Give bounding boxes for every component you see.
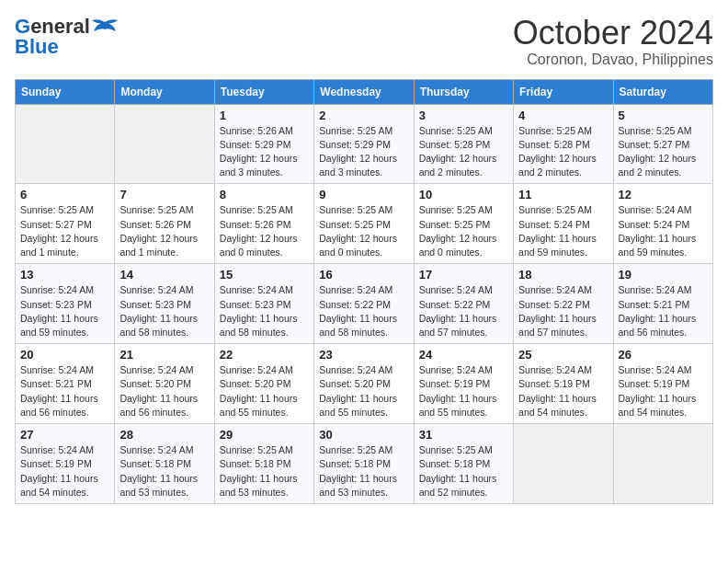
calendar-cell: 21Sunrise: 5:24 AMSunset: 5:20 PMDayligh… — [115, 344, 214, 424]
day-info: Sunrise: 5:24 AMSunset: 5:21 PMDaylight:… — [619, 283, 708, 339]
calendar-cell: 4Sunrise: 5:25 AMSunset: 5:28 PMDaylight… — [514, 104, 613, 184]
calendar-cell: 22Sunrise: 5:24 AMSunset: 5:20 PMDayligh… — [214, 344, 313, 424]
day-info: Sunrise: 5:25 AMSunset: 5:27 PMDaylight:… — [619, 124, 708, 180]
calendar-cell: 12Sunrise: 5:24 AMSunset: 5:24 PMDayligh… — [613, 184, 712, 264]
calendar-cell: 10Sunrise: 5:25 AMSunset: 5:25 PMDayligh… — [414, 184, 513, 264]
day-number: 6 — [20, 188, 109, 201]
day-number: 28 — [119, 428, 209, 442]
day-number: 12 — [619, 188, 708, 201]
day-number: 25 — [518, 348, 608, 362]
col-header-monday: Monday — [115, 79, 214, 104]
col-header-tuesday: Tuesday — [214, 79, 313, 104]
day-info: Sunrise: 5:25 AMSunset: 5:25 PMDaylight:… — [419, 203, 508, 259]
calendar-cell: 15Sunrise: 5:24 AMSunset: 5:23 PMDayligh… — [214, 264, 313, 344]
col-header-wednesday: Wednesday — [314, 79, 414, 104]
day-number: 18 — [518, 268, 608, 282]
day-info: Sunrise: 5:24 AMSunset: 5:24 PMDaylight:… — [619, 203, 708, 259]
day-info: Sunrise: 5:24 AMSunset: 5:23 PMDaylight:… — [119, 283, 209, 339]
day-number: 22 — [220, 348, 309, 362]
col-header-friday: Friday — [514, 79, 613, 104]
calendar-week-row: 20Sunrise: 5:24 AMSunset: 5:21 PMDayligh… — [16, 344, 713, 424]
day-info: Sunrise: 5:24 AMSunset: 5:23 PMDaylight:… — [20, 283, 109, 339]
calendar-cell: 9Sunrise: 5:25 AMSunset: 5:25 PMDaylight… — [314, 184, 414, 264]
day-info: Sunrise: 5:24 AMSunset: 5:22 PMDaylight:… — [319, 283, 408, 339]
day-number: 30 — [319, 428, 408, 442]
day-info: Sunrise: 5:24 AMSunset: 5:20 PMDaylight:… — [220, 363, 309, 419]
location-subtitle: Coronon, Davao, Philippines — [513, 52, 713, 68]
day-number: 31 — [419, 428, 508, 442]
day-info: Sunrise: 5:25 AMSunset: 5:28 PMDaylight:… — [518, 124, 608, 180]
day-number: 17 — [419, 268, 508, 282]
calendar-cell: 30Sunrise: 5:25 AMSunset: 5:18 PMDayligh… — [314, 424, 414, 504]
day-info: Sunrise: 5:25 AMSunset: 5:29 PMDaylight:… — [319, 124, 408, 180]
calendar-cell: 28Sunrise: 5:24 AMSunset: 5:18 PMDayligh… — [115, 424, 214, 504]
col-header-saturday: Saturday — [613, 79, 712, 104]
day-info: Sunrise: 5:24 AMSunset: 5:23 PMDaylight:… — [220, 283, 309, 339]
calendar-cell: 20Sunrise: 5:24 AMSunset: 5:21 PMDayligh… — [16, 344, 115, 424]
day-info: Sunrise: 5:24 AMSunset: 5:18 PMDaylight:… — [119, 443, 209, 500]
calendar-cell: 27Sunrise: 5:24 AMSunset: 5:19 PMDayligh… — [16, 424, 115, 504]
day-info: Sunrise: 5:25 AMSunset: 5:18 PMDaylight:… — [319, 443, 408, 500]
calendar-cell: 25Sunrise: 5:24 AMSunset: 5:19 PMDayligh… — [514, 344, 613, 424]
day-number: 14 — [119, 268, 209, 282]
month-title: October 2024 — [513, 15, 713, 52]
day-number: 11 — [518, 188, 608, 201]
calendar-cell: 6Sunrise: 5:25 AMSunset: 5:27 PMDaylight… — [16, 184, 115, 264]
day-number: 19 — [619, 268, 708, 282]
calendar-cell: 3Sunrise: 5:25 AMSunset: 5:28 PMDaylight… — [414, 104, 513, 184]
day-number: 27 — [20, 428, 109, 442]
day-number: 7 — [119, 188, 209, 201]
logo-bird-icon — [92, 18, 118, 35]
calendar-cell: 7Sunrise: 5:25 AMSunset: 5:26 PMDaylight… — [115, 184, 214, 264]
calendar-cell: 26Sunrise: 5:24 AMSunset: 5:19 PMDayligh… — [613, 344, 712, 424]
calendar-cell: 5Sunrise: 5:25 AMSunset: 5:27 PMDaylight… — [613, 104, 712, 184]
calendar-cell — [115, 104, 214, 184]
day-number: 15 — [220, 268, 309, 282]
day-number: 29 — [220, 428, 309, 442]
calendar-cell: 11Sunrise: 5:25 AMSunset: 5:24 PMDayligh… — [514, 184, 613, 264]
day-info: Sunrise: 5:25 AMSunset: 5:25 PMDaylight:… — [319, 203, 408, 259]
day-info: Sunrise: 5:24 AMSunset: 5:19 PMDaylight:… — [518, 363, 608, 419]
page-header: General Blue October 2024 Coronon, Davao… — [15, 15, 713, 68]
calendar-week-row: 13Sunrise: 5:24 AMSunset: 5:23 PMDayligh… — [16, 264, 713, 344]
day-info: Sunrise: 5:24 AMSunset: 5:19 PMDaylight:… — [20, 443, 109, 500]
calendar-cell: 1Sunrise: 5:26 AMSunset: 5:29 PMDaylight… — [214, 104, 313, 184]
day-info: Sunrise: 5:24 AMSunset: 5:22 PMDaylight:… — [518, 283, 608, 339]
day-info: Sunrise: 5:24 AMSunset: 5:20 PMDaylight:… — [319, 363, 408, 419]
day-info: Sunrise: 5:25 AMSunset: 5:24 PMDaylight:… — [518, 203, 608, 259]
calendar-cell: 8Sunrise: 5:25 AMSunset: 5:26 PMDaylight… — [214, 184, 313, 264]
calendar-table: SundayMondayTuesdayWednesdayThursdayFrid… — [15, 79, 713, 504]
calendar-cell: 31Sunrise: 5:25 AMSunset: 5:18 PMDayligh… — [414, 424, 513, 504]
day-info: Sunrise: 5:24 AMSunset: 5:20 PMDaylight:… — [119, 363, 209, 419]
calendar-cell: 18Sunrise: 5:24 AMSunset: 5:22 PMDayligh… — [514, 264, 613, 344]
day-number: 23 — [319, 348, 408, 362]
logo: General Blue — [15, 15, 118, 59]
day-number: 21 — [119, 348, 209, 362]
calendar-cell — [613, 424, 712, 504]
col-header-thursday: Thursday — [414, 79, 513, 104]
logo-blue: Blue — [15, 35, 59, 59]
day-number: 8 — [220, 188, 309, 201]
day-info: Sunrise: 5:25 AMSunset: 5:28 PMDaylight:… — [419, 124, 508, 180]
calendar-cell: 14Sunrise: 5:24 AMSunset: 5:23 PMDayligh… — [115, 264, 214, 344]
title-area: October 2024 Coronon, Davao, Philippines — [513, 15, 713, 68]
day-info: Sunrise: 5:24 AMSunset: 5:22 PMDaylight:… — [419, 283, 508, 339]
calendar-cell — [514, 424, 613, 504]
calendar-week-row: 6Sunrise: 5:25 AMSunset: 5:27 PMDaylight… — [16, 184, 713, 264]
day-number: 2 — [319, 109, 408, 122]
day-info: Sunrise: 5:25 AMSunset: 5:26 PMDaylight:… — [220, 203, 309, 259]
calendar-cell: 24Sunrise: 5:24 AMSunset: 5:19 PMDayligh… — [414, 344, 513, 424]
calendar-cell: 19Sunrise: 5:24 AMSunset: 5:21 PMDayligh… — [613, 264, 712, 344]
calendar-cell: 16Sunrise: 5:24 AMSunset: 5:22 PMDayligh… — [314, 264, 414, 344]
calendar-cell: 13Sunrise: 5:24 AMSunset: 5:23 PMDayligh… — [16, 264, 115, 344]
calendar-body: 1Sunrise: 5:26 AMSunset: 5:29 PMDaylight… — [16, 104, 713, 503]
calendar-week-row: 1Sunrise: 5:26 AMSunset: 5:29 PMDaylight… — [16, 104, 713, 184]
calendar-cell — [16, 104, 115, 184]
day-info: Sunrise: 5:25 AMSunset: 5:27 PMDaylight:… — [20, 203, 109, 259]
day-info: Sunrise: 5:25 AMSunset: 5:18 PMDaylight:… — [419, 443, 508, 500]
day-info: Sunrise: 5:25 AMSunset: 5:26 PMDaylight:… — [119, 203, 209, 259]
day-number: 5 — [619, 109, 708, 122]
day-number: 4 — [518, 109, 608, 122]
day-number: 20 — [20, 348, 109, 362]
calendar-week-row: 27Sunrise: 5:24 AMSunset: 5:19 PMDayligh… — [16, 424, 713, 504]
